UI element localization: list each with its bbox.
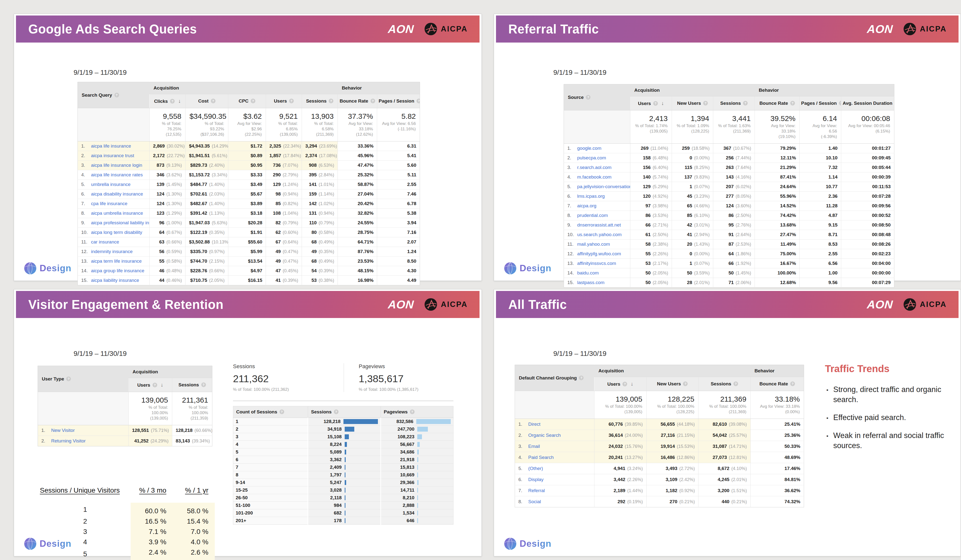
dimension-link[interactable]: google.com [577, 146, 601, 151]
column-header[interactable]: Pageviews? [381, 406, 453, 418]
column-header[interactable]: Bounce Rate? [338, 94, 377, 108]
help-icon[interactable]: ? [410, 409, 415, 414]
dimension-link[interactable]: Social [528, 499, 541, 504]
dimension-link[interactable]: mail.yahoo.com [577, 242, 610, 247]
help-icon[interactable]: ? [579, 375, 583, 380]
help-icon[interactable]: ? [289, 99, 294, 103]
column-header[interactable]: Clicks?↓ [149, 94, 185, 108]
dimension-link[interactable]: pulsecpa.com [577, 155, 606, 160]
dimension-link[interactable]: lms.icpas.org [577, 194, 605, 199]
dimension-link[interactable]: aicpa life insurance login [91, 162, 142, 168]
help-icon[interactable]: ? [114, 93, 119, 97]
column-header[interactable]: Bounce Rate? [750, 377, 804, 391]
dimension-link[interactable]: aicpa disability insurance [91, 191, 143, 196]
column-header[interactable]: Cost? [185, 94, 228, 108]
dimension-link[interactable]: New Visitor [51, 428, 75, 433]
column-header[interactable]: Pages / Session? [800, 96, 841, 111]
dimension-link[interactable]: pa.jellyvision-conversation.com [577, 184, 630, 189]
help-icon[interactable]: ? [653, 101, 658, 106]
column-header[interactable]: Sessions? [172, 378, 212, 392]
sort-arrow-icon[interactable]: ↓ [661, 100, 664, 106]
dimension-link[interactable]: affinitypfg.wufoo.com [577, 251, 621, 256]
dimension-link[interactable]: indemnity insurance [91, 249, 133, 254]
dimension-link[interactable]: Referral [528, 488, 545, 493]
metric-cell: 128,551(75.71%) [129, 425, 172, 436]
dimension-link[interactable]: Organic Search [528, 433, 561, 438]
dimension-link[interactable]: aicpa life insurance [91, 143, 131, 149]
metric-cell: 263(7.64%) [713, 163, 755, 172]
help-icon[interactable]: ? [329, 99, 333, 103]
column-header[interactable]: Sessions? [713, 96, 755, 111]
help-icon[interactable]: ? [153, 383, 157, 387]
dimension-link[interactable]: lastpass.com [577, 280, 604, 285]
help-icon[interactable]: ? [416, 99, 420, 103]
help-icon[interactable]: ? [790, 101, 795, 106]
dimension-link[interactable]: m.facebook.com [577, 174, 611, 180]
dimension-link[interactable]: Display [528, 477, 543, 482]
dimension-column-header[interactable]: Source? [564, 84, 630, 111]
help-icon[interactable]: ? [683, 382, 688, 386]
dimension-link[interactable]: Direct [528, 422, 540, 427]
help-icon[interactable]: ? [280, 409, 284, 414]
dimension-link[interactable]: aicpa life insurance rates [91, 172, 143, 177]
help-icon[interactable]: ? [201, 382, 206, 387]
dimension-column-header[interactable]: User Type? [38, 366, 129, 392]
column-header[interactable]: Bounce Rate? [755, 96, 800, 111]
dimension-column-header[interactable]: Default Channel Grouping? [515, 365, 595, 391]
column-header[interactable]: Users? [266, 94, 302, 108]
dimension-link[interactable]: umbrella insurance [91, 182, 131, 187]
help-icon[interactable]: ? [743, 101, 748, 106]
dimension-link[interactable]: car insurance [91, 239, 119, 244]
dimension-link[interactable]: aicpa.org [577, 203, 596, 208]
help-icon[interactable]: ? [371, 99, 375, 103]
dimension-link[interactable]: Email [528, 444, 540, 449]
dimension-link[interactable]: aicpa liability insurance [91, 278, 139, 283]
dimension-link[interactable]: aicpa group life insurance [91, 268, 145, 273]
dimension-link[interactable]: prudential.com [577, 213, 608, 218]
dimension-link[interactable]: cpa life insurance [91, 201, 127, 206]
help-icon[interactable]: ? [251, 99, 256, 103]
column-header[interactable]: New Users? [672, 96, 713, 111]
help-icon[interactable]: ? [703, 101, 708, 106]
help-icon[interactable]: ? [66, 377, 71, 381]
help-icon[interactable]: ? [733, 382, 738, 386]
dimension-link[interactable]: aicpa umbrella insurance [91, 210, 143, 216]
dimension-link[interactable]: baidu.com [577, 270, 599, 276]
help-icon[interactable]: ? [839, 101, 841, 106]
dimension-link[interactable]: affinityinssvcs.com [577, 261, 616, 266]
column-header[interactable]: Sessions? [699, 377, 750, 391]
help-icon[interactable]: ? [790, 382, 795, 386]
dimension-column-header[interactable]: Search Query? [78, 82, 149, 108]
dimension-link[interactable]: aicpa term life insurance [91, 258, 142, 264]
dimension-link[interactable]: r.search.aol.com [577, 165, 611, 170]
dimension-link[interactable]: Paid Search [528, 455, 554, 460]
sort-arrow-icon[interactable]: ↓ [161, 382, 163, 388]
dimension-link[interactable]: Returning Visitor [51, 438, 86, 443]
sort-arrow-icon[interactable]: ↓ [178, 98, 181, 104]
pageviews-bar [417, 510, 418, 515]
dimension-link[interactable]: aicpa long term disability [91, 230, 142, 235]
column-header[interactable]: CPC? [228, 94, 266, 108]
column-header[interactable]: Sessions? [308, 406, 381, 418]
column-header[interactable]: Users?↓ [595, 377, 646, 391]
column-header[interactable]: Users?↓ [630, 96, 672, 111]
help-icon[interactable]: ? [170, 99, 175, 104]
metric-value: $335.70 [190, 249, 207, 254]
help-icon[interactable]: ? [622, 382, 627, 387]
help-icon[interactable]: ? [211, 99, 215, 103]
dimension-link[interactable]: (Other) [528, 466, 543, 471]
column-header[interactable]: Sessions? [302, 94, 338, 108]
dimension-link[interactable]: aicpa professional liability insurance [91, 220, 149, 225]
dimension-link[interactable]: aicpa insurance trust [91, 153, 134, 158]
help-icon[interactable]: ? [586, 95, 590, 99]
sort-arrow-icon[interactable]: ↓ [631, 381, 633, 387]
dimension-cell: 2.aicpa insurance trust [78, 151, 149, 160]
column-header[interactable]: Pages / Session? [377, 94, 420, 108]
column-header[interactable]: Users?↓ [129, 378, 172, 392]
dimension-link[interactable]: us.search.yahoo.com [577, 232, 622, 237]
column-header[interactable]: Avg. Session Duration? [841, 96, 894, 111]
dimension-link[interactable]: dnserrorassist.att.net [577, 222, 621, 228]
column-header[interactable]: Count of Sessions? [233, 406, 308, 418]
help-icon[interactable]: ? [334, 409, 339, 414]
column-header[interactable]: New Users? [646, 377, 699, 391]
